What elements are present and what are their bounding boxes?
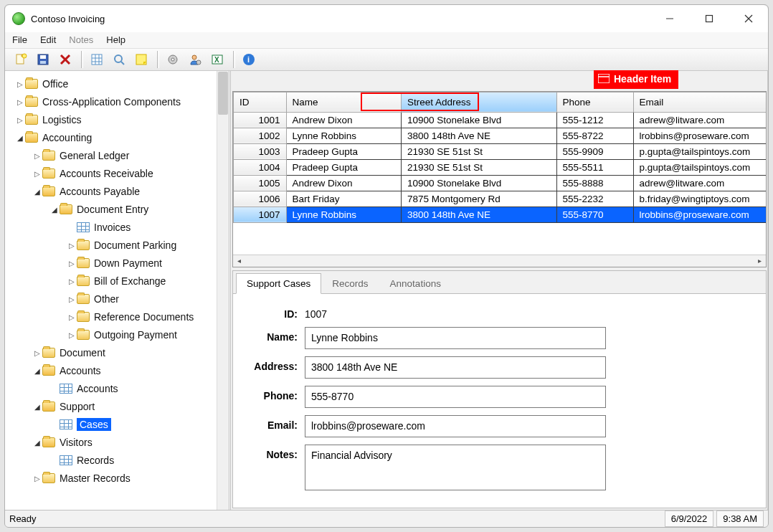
tree-visitors[interactable]: ◢Visitors bbox=[5, 434, 217, 452]
cell-street[interactable]: 10900 Stonelake Blvd bbox=[401, 175, 556, 191]
cell-id[interactable]: 1002 bbox=[234, 128, 287, 143]
tree-logistics[interactable]: ▷Logistics bbox=[5, 111, 217, 129]
col-phone[interactable]: Phone bbox=[556, 92, 633, 112]
cell-name[interactable]: Lynne Robbins bbox=[286, 128, 401, 143]
tree-general-ledger[interactable]: ▷General Ledger bbox=[5, 147, 217, 165]
cell-phone[interactable]: 555-8722 bbox=[556, 128, 633, 143]
cell-name[interactable]: Lynne Robbins bbox=[286, 206, 401, 222]
tree-support[interactable]: ◢Support bbox=[5, 398, 217, 416]
cell-email[interactable]: b.friday@wingtiptoys.com bbox=[633, 191, 766, 206]
tree-records[interactable]: Records bbox=[5, 452, 217, 470]
cell-name[interactable]: Pradeep Gupta bbox=[286, 159, 401, 175]
cell-phone[interactable]: 555-5511 bbox=[556, 159, 633, 175]
menu-file[interactable]: File bbox=[12, 34, 27, 45]
table-row[interactable]: 1007Lynne Robbins3800 148th Ave NE555-87… bbox=[234, 206, 767, 222]
table-row[interactable]: 1006Bart Friday7875 Montgomery Rd555-223… bbox=[234, 191, 767, 206]
delete-button[interactable] bbox=[55, 49, 75, 70]
excel-button[interactable]: X bbox=[207, 49, 227, 70]
tree-accounts-payable[interactable]: ◢Accounts Payable bbox=[5, 183, 217, 201]
tree-accounts-leaf[interactable]: Accounts bbox=[5, 380, 217, 398]
tree-accounting[interactable]: ◢Accounting bbox=[5, 129, 217, 147]
grid-button[interactable] bbox=[87, 49, 107, 70]
cell-email[interactable]: adrew@litware.com bbox=[633, 175, 766, 191]
cell-phone[interactable]: 555-9909 bbox=[556, 143, 633, 159]
settings-button[interactable] bbox=[163, 49, 183, 70]
scroll-right-icon[interactable]: ▸ bbox=[754, 255, 766, 266]
menu-help[interactable]: Help bbox=[106, 34, 125, 45]
tree-master-records[interactable]: ▷Master Records bbox=[5, 470, 217, 488]
cell-street[interactable]: 10900 Stonelake Blvd bbox=[401, 112, 556, 128]
cell-phone[interactable]: 555-2232 bbox=[556, 191, 633, 206]
tree-office[interactable]: ▷Office bbox=[5, 75, 217, 93]
col-street[interactable]: Street Address bbox=[401, 92, 556, 112]
input-notes[interactable]: Financial Advisory bbox=[305, 445, 606, 490]
table-row[interactable]: 1002Lynne Robbins3800 148th Ave NE555-87… bbox=[234, 128, 767, 143]
new-button[interactable] bbox=[11, 49, 31, 70]
input-name[interactable]: Lynne Robbins bbox=[305, 327, 606, 349]
col-name[interactable]: Name bbox=[286, 92, 401, 112]
tree-document[interactable]: ▷Document bbox=[5, 344, 217, 362]
scroll-left-icon[interactable]: ◂ bbox=[233, 255, 245, 266]
cell-email[interactable]: adrew@litware.com bbox=[633, 112, 766, 128]
tree-cross-app[interactable]: ▷Cross-Application Components bbox=[5, 93, 217, 111]
table-row[interactable]: 1004Pradeep Gupta21930 SE 51st St555-551… bbox=[234, 159, 767, 175]
tree-outgoing-payment[interactable]: ▷Outgoing Payment bbox=[5, 326, 217, 344]
tree-bill-of-exchange[interactable]: ▷Bill of Exchange bbox=[5, 272, 217, 290]
tree-document-entry[interactable]: ◢Document Entry bbox=[5, 201, 217, 219]
data-grid[interactable]: ID Name Street Address Phone Email Notes… bbox=[232, 91, 767, 267]
input-phone[interactable]: 555-8770 bbox=[305, 386, 606, 408]
cell-street[interactable]: 3800 148th Ave NE bbox=[401, 128, 556, 143]
maximize-button[interactable] bbox=[689, 5, 729, 32]
nav-tree[interactable]: ▷Office ▷Cross-Application Components ▷L… bbox=[5, 71, 217, 510]
tree-reference-documents[interactable]: ▷Reference Documents bbox=[5, 308, 217, 326]
save-button[interactable] bbox=[33, 49, 53, 70]
tree-cases[interactable]: Cases bbox=[5, 416, 217, 434]
cell-street[interactable]: 7875 Montgomery Rd bbox=[401, 191, 556, 206]
table-row[interactable]: 1003Pradeep Gupta21930 SE 51st St555-990… bbox=[234, 143, 767, 159]
col-id[interactable]: ID bbox=[234, 92, 287, 112]
cell-id[interactable]: 1004 bbox=[234, 159, 287, 175]
tree-accounts-receivable[interactable]: ▷Accounts Receivable bbox=[5, 165, 217, 183]
tab-annotations[interactable]: Annotations bbox=[379, 273, 452, 294]
cell-email[interactable]: p.gupta@tailspintoys.com bbox=[633, 159, 766, 175]
cell-email[interactable]: lrobbins@proseware.com bbox=[633, 206, 766, 222]
info-button[interactable]: i bbox=[239, 49, 259, 70]
cell-phone[interactable]: 555-8888 bbox=[556, 175, 633, 191]
user-button[interactable] bbox=[185, 49, 205, 70]
cell-name[interactable]: Pradeep Gupta bbox=[286, 143, 401, 159]
cell-id[interactable]: 1003 bbox=[234, 143, 287, 159]
cell-id[interactable]: 1005 bbox=[234, 175, 287, 191]
cell-id[interactable]: 1001 bbox=[234, 112, 287, 128]
cell-street[interactable]: 21930 SE 51st St bbox=[401, 159, 556, 175]
tree-down-payment[interactable]: ▷Down Payment bbox=[5, 255, 217, 272]
col-email[interactable]: Email bbox=[633, 92, 766, 112]
input-email[interactable]: lrobbins@proseware.com bbox=[305, 415, 606, 437]
cell-street[interactable]: 21930 SE 51st St bbox=[401, 143, 556, 159]
cell-street[interactable]: 3800 148th Ave NE bbox=[401, 206, 556, 222]
table-row[interactable]: 1001Andrew Dixon10900 Stonelake Blvd555-… bbox=[234, 112, 767, 128]
tree-document-parking[interactable]: ▷Document Parking bbox=[5, 237, 217, 255]
tab-records[interactable]: Records bbox=[321, 273, 379, 294]
close-button[interactable] bbox=[729, 5, 768, 32]
note-button[interactable] bbox=[131, 49, 151, 70]
menu-edit[interactable]: Edit bbox=[40, 34, 56, 45]
table-row[interactable]: 1005Andrew Dixon10900 Stonelake Blvd555-… bbox=[234, 175, 767, 191]
tree-other[interactable]: ▷Other bbox=[5, 290, 217, 308]
cell-phone[interactable]: 555-8770 bbox=[556, 206, 633, 222]
tree-invoices[interactable]: Invoices bbox=[5, 219, 217, 237]
cell-email[interactable]: lrobbins@proseware.com bbox=[633, 128, 766, 143]
cell-name[interactable]: Andrew Dixon bbox=[286, 175, 401, 191]
minimize-button[interactable] bbox=[650, 5, 689, 32]
menu-notes[interactable]: Notes bbox=[69, 34, 93, 45]
cell-id[interactable]: 1006 bbox=[234, 191, 287, 206]
cell-name[interactable]: Andrew Dixon bbox=[286, 112, 401, 128]
search-button[interactable] bbox=[109, 49, 129, 70]
cell-id[interactable]: 1007 bbox=[234, 206, 287, 222]
cell-phone[interactable]: 555-1212 bbox=[556, 112, 633, 128]
cell-name[interactable]: Bart Friday bbox=[286, 191, 401, 206]
tab-support-cases[interactable]: Support Cases bbox=[236, 273, 321, 294]
tree-accounts[interactable]: ◢Accounts bbox=[5, 362, 217, 380]
input-address[interactable]: 3800 148th Ave NE bbox=[305, 356, 606, 379]
tree-scrollbar[interactable] bbox=[217, 71, 229, 510]
grid-hscroll[interactable]: ◂ ▸ bbox=[233, 255, 766, 267]
